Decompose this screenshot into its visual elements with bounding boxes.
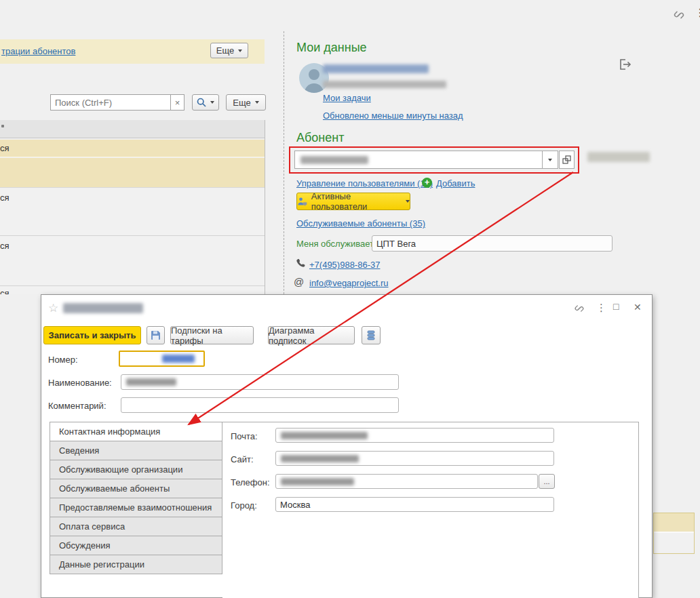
add-icon[interactable]: +	[422, 178, 432, 188]
search-box: ×	[50, 94, 184, 111]
report-button[interactable]	[362, 326, 381, 344]
tab-servicing-organizations[interactable]: Обслуживающие организации	[50, 460, 222, 479]
subscriber-card-dialog: ☆ ⋮ □ ✕ Записать и закрыть Подписки на т…	[41, 294, 653, 598]
number-value-redacted	[162, 355, 195, 363]
city-label: Город:	[231, 500, 257, 511]
my-tasks-link[interactable]: Мои задачи	[323, 93, 371, 103]
page-title: Мои данные	[296, 41, 367, 55]
phone-field[interactable]	[275, 474, 538, 489]
subscriptions-diagram-button[interactable]: Диаграмма подписок	[268, 326, 355, 344]
combobox-dropdown-button[interactable]	[542, 151, 558, 168]
subscriber-extra-redacted	[587, 152, 650, 162]
dialog-kebab-icon[interactable]: ⋮	[596, 302, 606, 314]
user-name-redacted[interactable]	[323, 64, 429, 73]
phone-label: Телефон:	[231, 477, 270, 487]
favorite-star-icon[interactable]: ☆	[48, 301, 58, 315]
table-row[interactable]: ся	[0, 188, 265, 236]
tab-details[interactable]: Сведения	[50, 441, 222, 460]
serviced-by-field[interactable]	[372, 235, 612, 252]
email-link[interactable]: info@vegaproject.ru	[309, 278, 389, 288]
table-right-border	[265, 120, 265, 294]
updated-link[interactable]: Обновлено меньше минуты назад	[323, 111, 463, 121]
tab-contact-info[interactable]: Контактная информация	[50, 422, 222, 441]
subscriber-combobox[interactable]	[294, 151, 558, 169]
background-row-beige	[654, 513, 694, 533]
chevron-down-icon	[210, 101, 214, 104]
email-value-redacted	[281, 432, 368, 439]
save-close-button[interactable]: Записать и закрыть	[43, 326, 141, 344]
name-field[interactable]	[121, 374, 399, 390]
clear-search-icon[interactable]: ×	[170, 95, 184, 110]
dialog-title-redacted	[63, 303, 143, 313]
add-user-link[interactable]: Добавить	[436, 178, 475, 188]
section-title-subscriber: Абонент	[296, 131, 344, 145]
tariff-subscriptions-button[interactable]: Подписки на тарифы	[170, 326, 254, 344]
phone-value-redacted	[281, 478, 354, 485]
open-in-new-icon	[562, 155, 571, 164]
get-link-icon[interactable]	[672, 8, 686, 22]
site-label: Сайт:	[231, 454, 254, 464]
chevron-down-icon	[548, 159, 552, 161]
at-icon: @	[294, 276, 304, 287]
chevron-down-icon	[406, 200, 410, 203]
chevron-down-icon	[238, 49, 242, 52]
tab-registration-data[interactable]: Данные регистрации	[50, 555, 222, 574]
open-subscriber-button[interactable]	[559, 151, 575, 169]
table-row[interactable]: ся	[0, 237, 265, 286]
breadcrumb[interactable]: трации абонентов	[1, 46, 75, 56]
app-screen: ⋮ трации абонентов Еще × Еще ся ся ся ся	[0, 0, 700, 598]
search-icon	[197, 98, 206, 107]
tab-provided-relations[interactable]: Предоставляемые взаимоотношения	[50, 498, 222, 517]
subscriber-value-redacted	[300, 156, 368, 164]
comment-field[interactable]	[121, 397, 399, 413]
report-icon	[367, 330, 375, 340]
save-icon	[151, 330, 161, 340]
column-marker-icon	[1, 125, 4, 127]
save-button[interactable]	[147, 326, 165, 344]
active-users-icon	[297, 197, 307, 206]
table-row[interactable]: ся	[0, 140, 265, 157]
phone-link[interactable]: +7(495)988-86-37	[309, 260, 380, 270]
maximize-icon[interactable]: □	[613, 301, 619, 312]
manage-users-link[interactable]: Управление пользователями (10)	[296, 178, 433, 188]
serviced-by-value[interactable]	[372, 236, 612, 251]
site-value-redacted	[281, 455, 359, 462]
served-subscribers-link[interactable]: Обслуживаемые абоненты (35)	[296, 218, 425, 228]
number-label: Номер:	[48, 355, 78, 365]
dialog-link-icon[interactable]	[573, 302, 585, 315]
chevron-down-icon	[255, 101, 259, 104]
table-row[interactable]	[0, 158, 265, 188]
close-icon[interactable]: ✕	[634, 302, 642, 313]
serviced-by-label: Меня обслуживает	[296, 239, 374, 249]
table-row[interactable]: ся	[0, 287, 265, 294]
user-info-redacted	[323, 81, 446, 88]
email-label: Почта:	[231, 431, 258, 441]
email-field[interactable]	[275, 428, 554, 443]
list-more-button[interactable]: Еще	[210, 43, 248, 58]
background-row-gray	[654, 533, 694, 552]
tab-served-subscribers[interactable]: Обслуживаемые абоненты	[50, 479, 222, 498]
search-input[interactable]	[51, 95, 170, 110]
background-highlight-box	[653, 513, 695, 554]
tab-discussions[interactable]: Обсуждения	[50, 536, 222, 555]
list-title-bar: трации абонентов Еще	[0, 39, 265, 64]
dialog-tab-list: Контактная информация Сведения Обслужива…	[50, 422, 222, 574]
pane-splitter[interactable]	[284, 31, 284, 294]
search-button[interactable]	[192, 94, 219, 111]
phone-ellipsis-button[interactable]: ...	[539, 474, 555, 489]
search-more-button[interactable]: Еще	[226, 94, 266, 111]
logout-icon[interactable]	[619, 58, 632, 71]
city-field[interactable]	[275, 497, 554, 512]
tab-service-payment[interactable]: Оплата сервиса	[50, 517, 222, 536]
city-value[interactable]	[276, 498, 553, 511]
table-header[interactable]	[0, 120, 265, 138]
site-field[interactable]	[275, 451, 554, 466]
active-users-button[interactable]: Активные пользователи	[296, 193, 410, 210]
number-field[interactable]	[119, 351, 205, 367]
kebab-menu-icon[interactable]: ⋮	[695, 6, 700, 19]
comment-label: Комментарий:	[48, 401, 106, 411]
phone-icon	[296, 258, 305, 268]
name-value-redacted	[126, 378, 176, 386]
name-label: Наименование:	[48, 378, 112, 388]
